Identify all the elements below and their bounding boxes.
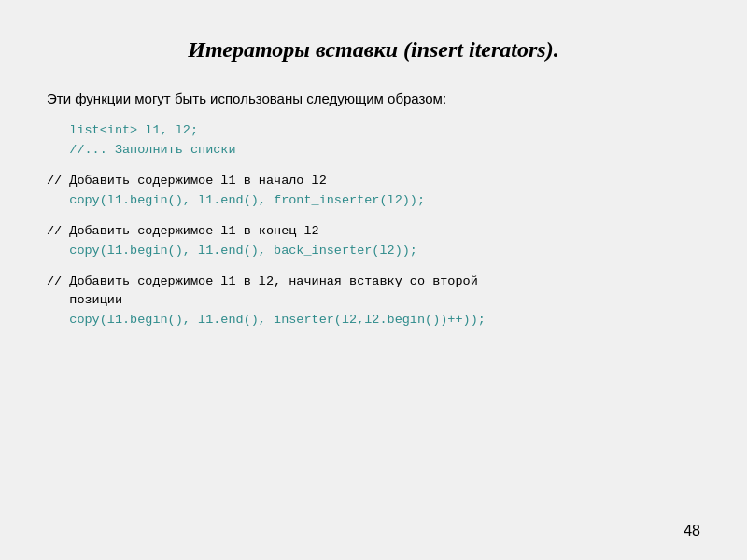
code-comment: // Добавить содержимое l1 в начало l2: [47, 172, 700, 191]
code-comment: // Добавить содержимое l1 в конец l2: [47, 222, 700, 242]
code-line: copy(l1.begin(), l1.end(), front_inserte…: [47, 191, 700, 211]
code-line: list<int> l1, l2;: [47, 121, 700, 141]
code-line: //... Заполнить списки: [47, 141, 700, 161]
code-line: copy(l1.begin(), l1.end(), back_inserter…: [47, 242, 700, 261]
code-line: copy(l1.begin(), l1.end(), inserter(l2,l…: [47, 311, 700, 330]
code-section-list-init: list<int> l1, l2; //... Заполнить списки: [47, 121, 700, 161]
slide-title: Итераторы вставки (insert iterators).: [47, 37, 700, 63]
code-section-front: // Добавить содержимое l1 в начало l2 co…: [47, 172, 700, 211]
code-section-back: // Добавить содержимое l1 в конец l2 cop…: [47, 222, 700, 261]
code-section-inserter: // Добавить содержимое l1 в l2, начиная …: [47, 273, 700, 331]
page-number: 48: [684, 523, 700, 539]
code-block: list<int> l1, l2; //... Заполнить списки…: [47, 121, 700, 330]
intro-text: Эти функции могут быть использованы след…: [47, 91, 700, 106]
code-comment: // Добавить содержимое l1 в l2, начиная …: [47, 273, 700, 292]
slide: Итераторы вставки (insert iterators). Эт…: [0, 0, 747, 560]
code-comment: позиции: [47, 291, 700, 311]
